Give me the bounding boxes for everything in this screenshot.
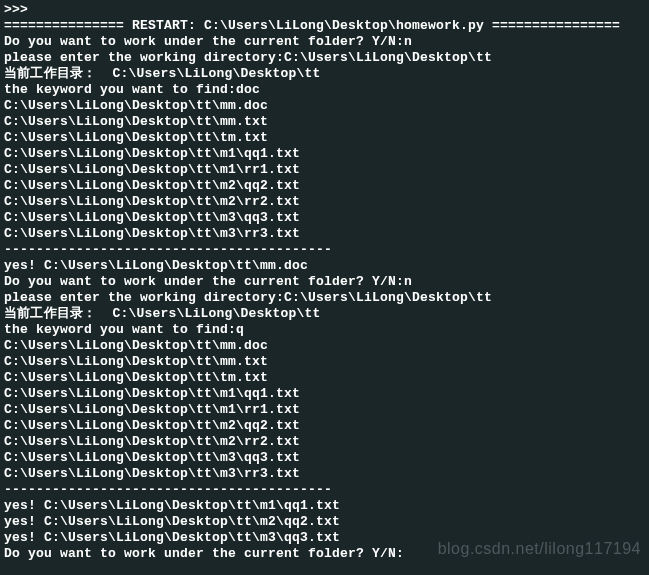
output-line: C:\Users\LiLong\Desktop\tt\m3\qq3.txt (4, 450, 645, 466)
output-line: C:\Users\LiLong\Desktop\tt\m1\qq1.txt (4, 146, 645, 162)
output-line: C:\Users\LiLong\Desktop\tt\m3\rr3.txt (4, 466, 645, 482)
output-line: Do you want to work under the current fo… (4, 274, 645, 290)
output-line: yes! C:\Users\LiLong\Desktop\tt\m1\qq1.t… (4, 498, 645, 514)
output-line: yes! C:\Users\LiLong\Desktop\tt\mm.doc (4, 258, 645, 274)
output-line: C:\Users\LiLong\Desktop\tt\mm.txt (4, 114, 645, 130)
output-line: C:\Users\LiLong\Desktop\tt\m1\qq1.txt (4, 386, 645, 402)
input-prompt-line[interactable]: >>> (4, 562, 645, 575)
output-line: C:\Users\LiLong\Desktop\tt\m1\rr1.txt (4, 402, 645, 418)
output-line: C:\Users\LiLong\Desktop\tt\mm.doc (4, 98, 645, 114)
output-line: C:\Users\LiLong\Desktop\tt\m3\rr3.txt (4, 226, 645, 242)
output-line: the keyword you want to find:doc (4, 82, 645, 98)
output-line: yes! C:\Users\LiLong\Desktop\tt\m3\qq3.t… (4, 530, 645, 546)
output-line: please enter the working directory:C:\Us… (4, 290, 645, 306)
output-line: C:\Users\LiLong\Desktop\tt\mm.doc (4, 338, 645, 354)
output-line: C:\Users\LiLong\Desktop\tt\m2\qq2.txt (4, 418, 645, 434)
output-line: C:\Users\LiLong\Desktop\tt\m3\qq3.txt (4, 210, 645, 226)
output-line: 当前工作目录： C:\Users\LiLong\Desktop\tt (4, 66, 645, 82)
output-line: C:\Users\LiLong\Desktop\tt\m2\qq2.txt (4, 178, 645, 194)
output-line: ----------------------------------------… (4, 482, 645, 498)
output-line: yes! C:\Users\LiLong\Desktop\tt\m2\qq2.t… (4, 514, 645, 530)
output-line: =============== RESTART: C:\Users\LiLong… (4, 18, 645, 34)
output-line: C:\Users\LiLong\Desktop\tt\tm.txt (4, 130, 645, 146)
output-line: ----------------------------------------… (4, 242, 645, 258)
output-line: C:\Users\LiLong\Desktop\tt\m2\rr2.txt (4, 434, 645, 450)
output-line: please enter the working directory:C:\Us… (4, 50, 645, 66)
output-line: Do you want to work under the current fo… (4, 546, 645, 562)
output-line: Do you want to work under the current fo… (4, 34, 645, 50)
output-line: 当前工作目录： C:\Users\LiLong\Desktop\tt (4, 306, 645, 322)
terminal-output[interactable]: >>>=============== RESTART: C:\Users\LiL… (0, 0, 649, 575)
output-line: >>> (4, 2, 645, 18)
output-line: C:\Users\LiLong\Desktop\tt\m1\rr1.txt (4, 162, 645, 178)
output-line: C:\Users\LiLong\Desktop\tt\m2\rr2.txt (4, 194, 645, 210)
output-line: C:\Users\LiLong\Desktop\tt\mm.txt (4, 354, 645, 370)
output-line: the keyword you want to find:q (4, 322, 645, 338)
output-line: C:\Users\LiLong\Desktop\tt\tm.txt (4, 370, 645, 386)
